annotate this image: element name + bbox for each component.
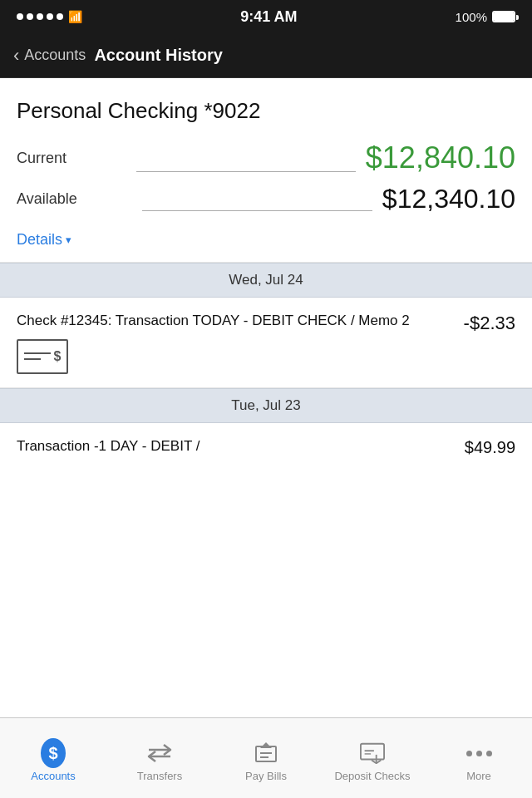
available-label: Available bbox=[17, 190, 132, 208]
transfers-icon bbox=[147, 741, 172, 766]
paybills-icon bbox=[254, 741, 278, 766]
wifi-icon: 📶 bbox=[68, 10, 82, 23]
nav-bar: ‹ Accounts Account History bbox=[0, 33, 532, 78]
tab-bar: $ Accounts Transfers Pay Bills bbox=[0, 717, 532, 798]
available-amount: $12,340.10 bbox=[382, 184, 515, 214]
check-line bbox=[24, 358, 41, 360]
section-header-wed: Wed, Jul 24 bbox=[0, 263, 532, 298]
battery-fill bbox=[494, 12, 514, 21]
transaction-amount: -$2.33 bbox=[464, 311, 515, 334]
tab-depositchecks[interactable]: Deposit Checks bbox=[319, 718, 426, 798]
more-icon bbox=[466, 741, 491, 766]
check-line bbox=[24, 352, 51, 354]
check-dollar-sign: $ bbox=[54, 349, 62, 364]
tab-paybills[interactable]: Pay Bills bbox=[213, 718, 319, 798]
nav-back-button[interactable]: ‹ Accounts bbox=[13, 47, 86, 65]
back-label: Accounts bbox=[24, 47, 86, 64]
more-dot bbox=[486, 751, 492, 756]
available-underline bbox=[142, 210, 372, 211]
battery-percent: 100% bbox=[456, 10, 487, 24]
details-link[interactable]: Details ▾ bbox=[17, 231, 71, 249]
transfers-tab-label: Transfers bbox=[137, 770, 182, 782]
accounts-icon: $ bbox=[41, 741, 66, 766]
tab-more[interactable]: More bbox=[426, 718, 532, 798]
account-name: Personal Checking *9022 bbox=[17, 98, 515, 124]
signal-dot bbox=[57, 13, 63, 20]
back-chevron-icon: ‹ bbox=[13, 47, 19, 65]
depositchecks-tab-label: Deposit Checks bbox=[334, 770, 410, 782]
current-balance-row: Current $12,840.10 bbox=[17, 140, 515, 175]
transaction-description-partial: Transaction -1 DAY - DEBIT / bbox=[17, 436, 451, 456]
more-tab-label: More bbox=[466, 770, 491, 782]
more-dot bbox=[476, 751, 482, 756]
deposit-checks-icon bbox=[360, 741, 385, 766]
transaction-left-partial: Transaction -1 DAY - DEBIT / bbox=[17, 436, 451, 456]
transaction-item[interactable]: Check #12345: Transaction TODAY - DEBIT … bbox=[0, 298, 532, 388]
current-underline bbox=[136, 171, 356, 172]
status-bar: 📶 9:41 AM 100% bbox=[0, 0, 532, 33]
more-dots-icon bbox=[466, 751, 492, 756]
nav-title: Account History bbox=[94, 46, 222, 65]
accounts-circle-icon: $ bbox=[41, 738, 66, 768]
battery-icon bbox=[492, 11, 515, 22]
transaction-description: Check #12345: Transaction TODAY - DEBIT … bbox=[17, 311, 451, 331]
details-label: Details bbox=[17, 231, 62, 249]
signal-dot bbox=[17, 13, 23, 20]
account-header: Personal Checking *9022 Current $12,840.… bbox=[0, 78, 532, 263]
transaction-left: Check #12345: Transaction TODAY - DEBIT … bbox=[17, 311, 451, 374]
svg-marker-3 bbox=[260, 742, 272, 748]
status-left: 📶 bbox=[17, 10, 82, 23]
tab-transfers[interactable]: Transfers bbox=[106, 718, 213, 798]
tab-accounts[interactable]: $ Accounts bbox=[0, 718, 106, 798]
accounts-tab-label: Accounts bbox=[31, 770, 75, 782]
transaction-item-partial[interactable]: Transaction -1 DAY - DEBIT / $49.99 bbox=[0, 423, 532, 490]
signal-dots bbox=[17, 13, 63, 20]
signal-dot bbox=[37, 13, 43, 20]
available-balance-row: Available $12,340.10 bbox=[17, 184, 515, 214]
check-image-icon: $ bbox=[17, 339, 68, 374]
transaction-amount-partial: $49.99 bbox=[465, 436, 515, 457]
paybills-tab-label: Pay Bills bbox=[245, 770, 287, 782]
more-dot bbox=[466, 751, 472, 756]
status-right: 100% bbox=[456, 10, 515, 24]
signal-dot bbox=[27, 13, 33, 20]
details-arrow-icon: ▾ bbox=[66, 234, 71, 246]
section-header-tue: Tue, Jul 23 bbox=[0, 388, 532, 423]
status-time: 9:41 AM bbox=[240, 8, 297, 26]
check-lines bbox=[24, 352, 51, 360]
current-label: Current bbox=[17, 150, 126, 167]
signal-dot bbox=[47, 13, 53, 20]
current-amount: $12,840.10 bbox=[366, 140, 515, 175]
